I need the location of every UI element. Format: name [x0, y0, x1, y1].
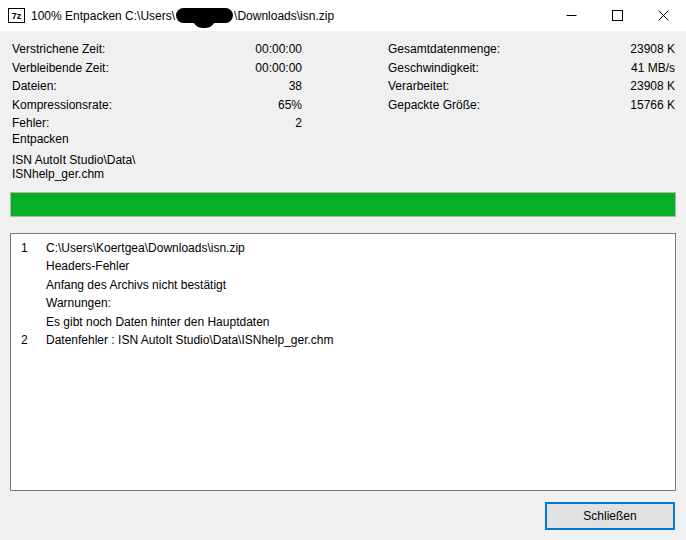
stat-value: 38 [289, 79, 302, 93]
log-row[interactable]: Warnungen: [11, 294, 675, 312]
stat-row: Gepackte Größe: 15766 K [388, 96, 675, 115]
stat-label: Geschwindigkeit: [388, 61, 479, 75]
action-status-label: Entpacken [12, 132, 69, 146]
stat-row: Verarbeitet: 23908 K [388, 77, 675, 96]
close-button[interactable]: Schließen [545, 502, 675, 530]
minimize-icon [566, 10, 577, 21]
stat-label: Gepackte Größe: [388, 98, 480, 112]
log-row-text: C:\Users\Koertgea\Downloads\isn.zip [46, 239, 675, 257]
stat-row: Fehler: 2 [12, 114, 302, 133]
window-title: 100% Entpacken C:\Users\ \Downloads\isn.… [31, 8, 334, 23]
stat-row: Dateien: 38 [12, 77, 302, 96]
stat-value: 00:00:00 [255, 42, 302, 56]
log-row-text: Headers-Fehler [46, 257, 675, 275]
stat-value: 23908 K [630, 42, 675, 56]
log-row-number [21, 294, 46, 312]
current-file-path: ISN AutoIt Studio\Data\ ISNhelp_ger.chm [12, 154, 135, 181]
current-file-line1: ISN AutoIt Studio\Data\ [12, 154, 135, 168]
stat-label: Kompressionsrate: [12, 98, 112, 112]
log-row-text: Datenfehler : ISN AutoIt Studio\Data\ISN… [46, 331, 675, 349]
log-row-number [21, 313, 46, 331]
log-row-text: Anfang des Archivs nicht bestätigt [46, 276, 675, 294]
close-window-button[interactable] [640, 0, 686, 31]
maximize-icon [612, 10, 623, 21]
window-title-prefix: 100% Entpacken C:\Users\ [31, 9, 175, 23]
stat-value: 00:00:00 [255, 61, 302, 75]
progress-bar [10, 192, 676, 217]
minimize-button[interactable] [548, 0, 594, 31]
redacted-username [176, 8, 233, 23]
stat-row: Verstrichene Zeit: 00:00:00 [12, 40, 302, 59]
close-icon [658, 10, 669, 21]
error-log-list[interactable]: 1 C:\Users\Koertgea\Downloads\isn.zip He… [10, 233, 676, 491]
progress-fill [11, 193, 675, 216]
log-row-text: Warnungen: [46, 294, 675, 312]
stat-label: Fehler: [12, 116, 49, 130]
stat-row: Kompressionsrate: 65% [12, 96, 302, 115]
caption-buttons [548, 0, 686, 31]
stat-label: Verstrichene Zeit: [12, 42, 105, 56]
log-row[interactable]: 2 Datenfehler : ISN AutoIt Studio\Data\I… [11, 331, 675, 349]
stat-value: 2 [295, 116, 302, 130]
extract-progress-dialog: 7z 100% Entpacken C:\Users\ \Downloads\i… [0, 0, 686, 540]
log-row-number [21, 257, 46, 275]
log-row[interactable]: 1 C:\Users\Koertgea\Downloads\isn.zip [11, 239, 675, 257]
stat-row: Gesamtdatenmenge: 23908 K [388, 40, 675, 59]
stat-label: Verarbeitet: [388, 79, 449, 93]
window-title-suffix: \Downloads\isn.zip [234, 9, 334, 23]
stat-value: 15766 K [630, 98, 675, 112]
stat-value: 41 MB/s [631, 61, 675, 75]
log-row[interactable]: Es gibt noch Daten hinter den Hauptdaten [11, 313, 675, 331]
stat-label: Gesamtdatenmenge: [388, 42, 500, 56]
current-file-line2: ISNhelp_ger.chm [12, 168, 135, 182]
7zip-app-icon: 7z [8, 8, 25, 23]
stat-value: 23908 K [630, 79, 675, 93]
log-row[interactable]: Headers-Fehler [11, 257, 675, 275]
log-row-number [21, 276, 46, 294]
stat-row: Geschwindigkeit: 41 MB/s [388, 59, 675, 78]
maximize-button[interactable] [594, 0, 640, 31]
log-row[interactable]: Anfang des Archivs nicht bestätigt [11, 276, 675, 294]
titlebar[interactable]: 7z 100% Entpacken C:\Users\ \Downloads\i… [0, 0, 686, 31]
stats-right-column: Gesamtdatenmenge: 23908 K Geschwindigkei… [388, 40, 675, 114]
stat-label: Verbleibende Zeit: [12, 61, 109, 75]
log-row-number: 2 [21, 331, 46, 349]
stat-value: 65% [278, 98, 302, 112]
log-row-text: Es gibt noch Daten hinter den Hauptdaten [46, 313, 675, 331]
log-row-number: 1 [21, 239, 46, 257]
stat-row: Verbleibende Zeit: 00:00:00 [12, 59, 302, 78]
stats-left-column: Verstrichene Zeit: 00:00:00 Verbleibende… [12, 40, 302, 133]
stat-label: Dateien: [12, 79, 57, 93]
